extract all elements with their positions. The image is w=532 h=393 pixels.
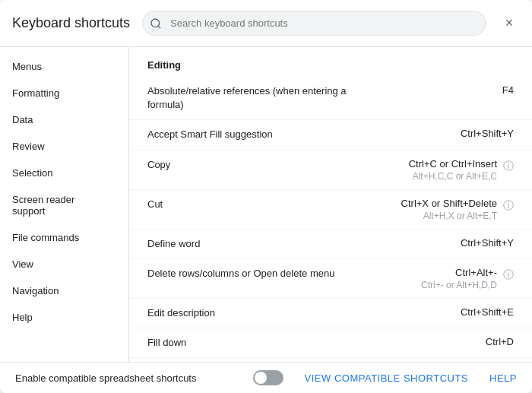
sidebar-item-navigation[interactable]: Navigation (0, 277, 122, 304)
shortcut-keys: F4 (362, 84, 514, 96)
sidebar-item-selection[interactable]: Selection (0, 160, 122, 186)
sidebar: Menus Formatting Data Review Selection S… (0, 47, 129, 362)
shortcut-row-copy: Copy Ctrl+C or Ctrl+Insert Alt+H,C,C or … (129, 151, 532, 190)
primary-key: Ctrl+Shift+Y (461, 128, 514, 139)
shortcut-desc: Accept Smart Fill suggestion (147, 128, 356, 141)
compatible-shortcuts-toggle[interactable] (253, 370, 283, 385)
content-area: Editing Absolute/relative references (wh… (129, 47, 532, 362)
info-icon[interactable]: ⓘ (503, 160, 514, 173)
sidebar-item-help[interactable]: Help (0, 304, 122, 331)
primary-key: Ctrl+D (486, 336, 514, 347)
sidebar-item-data[interactable]: Data (0, 106, 122, 133)
primary-key: Ctrl+Shift+Y (461, 237, 514, 249)
secondary-key: Alt+H,C,C or Alt+E,C (413, 171, 497, 182)
shortcut-row-fill-down: Fill down Ctrl+D (129, 328, 532, 358)
shortcut-keys: Ctrl+C or Ctrl+Insert Alt+H,C,C or Alt+E… (345, 158, 497, 182)
dialog-body: Menus Formatting Data Review Selection S… (0, 47, 532, 362)
sidebar-item-review[interactable]: Review (0, 133, 122, 160)
shortcut-desc: Copy (147, 158, 339, 172)
info-icon[interactable]: ⓘ (503, 268, 514, 282)
footer-label: Enable compatible spreadsheet shortcuts (15, 372, 244, 384)
search-input[interactable] (142, 11, 486, 36)
keyboard-shortcuts-dialog: Keyboard shortcuts × Menus Formatting Da… (0, 0, 532, 393)
shortcut-desc: Delete rows/columns or Open delete menu (147, 267, 339, 280)
shortcut-desc: Cut (147, 198, 339, 211)
shortcut-desc: Edit description (147, 306, 356, 320)
sidebar-item-formatting[interactable]: Formatting (0, 80, 122, 106)
help-link[interactable]: HELP (489, 372, 517, 384)
svg-line-1 (158, 26, 160, 28)
sidebar-item-screen-reader[interactable]: Screen reader support (0, 186, 122, 224)
sidebar-item-file-commands[interactable]: File commands (0, 224, 122, 251)
primary-key: Ctrl+C or Ctrl+Insert (409, 158, 497, 170)
shortcut-desc: Define word (147, 237, 356, 251)
primary-key: Ctrl+Alt+- (455, 267, 497, 278)
info-icon[interactable]: ⓘ (503, 199, 514, 213)
svg-point-0 (151, 19, 160, 27)
shortcut-row-delete-rows: Delete rows/columns or Open delete menu … (129, 259, 532, 299)
sidebar-item-view[interactable]: View (0, 251, 122, 277)
shortcut-row-define-word: Define word Ctrl+Shift+Y (129, 230, 532, 259)
sidebar-item-menus[interactable]: Menus (0, 53, 122, 80)
shortcut-keys: Ctrl+X or Shift+Delete Alt+H,X or Alt+E,… (345, 198, 497, 221)
toggle-thumb (255, 372, 267, 384)
secondary-key: Alt+H,X or Alt+E,T (423, 211, 497, 221)
section-title: Editing (129, 47, 532, 77)
shortcut-keys: Ctrl+Alt+- Ctrl+- or Alt+H,D,D (345, 267, 497, 290)
shortcut-row-cut: Cut Ctrl+X or Shift+Delete Alt+H,X or Al… (129, 190, 532, 230)
dialog-header: Keyboard shortcuts × (0, 0, 532, 47)
primary-key: Ctrl+Shift+E (461, 306, 514, 318)
toggle-track[interactable] (253, 370, 283, 385)
close-button[interactable]: × (499, 13, 520, 34)
search-icon (150, 17, 162, 30)
view-compatible-shortcuts-link[interactable]: VIEW COMPATIBLE SHORTCUTS (305, 372, 468, 384)
shortcut-keys: Ctrl+Shift+E (362, 306, 514, 318)
shortcut-row-smart-fill: Accept Smart Fill suggestion Ctrl+Shift+… (129, 120, 532, 150)
search-container (142, 11, 486, 36)
shortcut-keys: Ctrl+D (362, 336, 514, 347)
secondary-key: Ctrl+- or Alt+H,D,D (421, 280, 497, 290)
dialog-title: Keyboard shortcuts (12, 15, 130, 31)
shortcut-keys: Ctrl+Shift+Y (362, 237, 514, 249)
shortcut-desc: Absolute/relative references (when enter… (147, 84, 356, 112)
shortcut-desc: Fill down (147, 336, 356, 350)
shortcut-keys: Ctrl+Shift+Y (362, 128, 514, 139)
shortcut-row-edit-description: Edit description Ctrl+Shift+E (129, 299, 532, 328)
primary-key: F4 (502, 84, 514, 96)
primary-key: Ctrl+X or Shift+Delete (401, 198, 497, 209)
dialog-footer: Enable compatible spreadsheet shortcuts … (0, 362, 532, 393)
shortcut-row-absolute-relative: Absolute/relative references (when enter… (129, 77, 532, 120)
